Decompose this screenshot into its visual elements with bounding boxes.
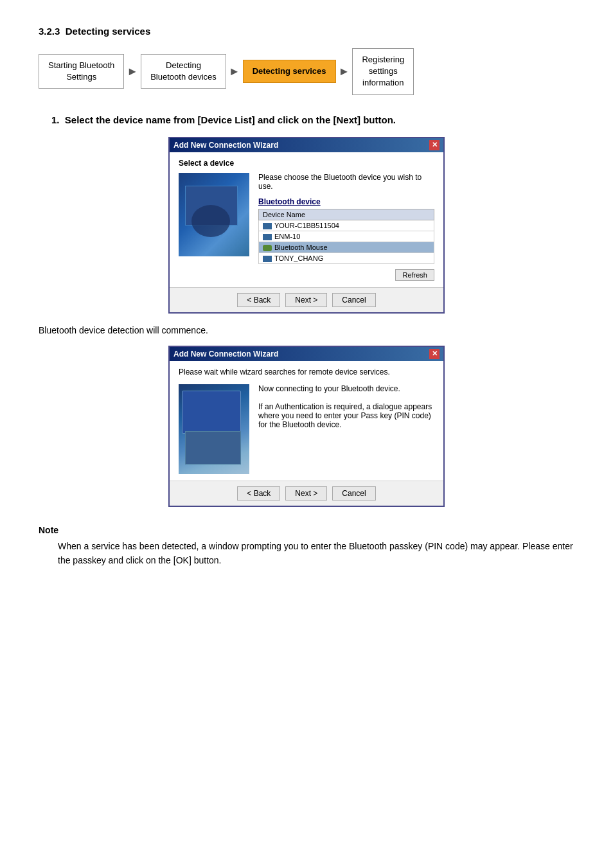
dialog-select-device: Add New Connection Wizard ✕ Select a dev… bbox=[168, 137, 445, 314]
dialog2-titlebar: Add New Connection Wizard ✕ bbox=[170, 347, 443, 361]
between-text: Bluetooth device detection will commence… bbox=[39, 325, 574, 335]
note-section: Note When a service has been detected, a… bbox=[39, 525, 574, 568]
dialog2-close-button[interactable]: ✕ bbox=[429, 349, 440, 359]
dialog2-subtitle: Please wait while wizard searches for re… bbox=[179, 368, 434, 376]
dialog-connecting: Add New Connection Wizard ✕ Please wait … bbox=[168, 346, 445, 507]
dialog2-body: Now connecting to your Bluetooth device.… bbox=[179, 384, 434, 474]
note-text: When a service has been detected, a wind… bbox=[58, 539, 574, 568]
dialog2-image bbox=[179, 384, 249, 474]
table-row[interactable]: ENM-10 bbox=[259, 231, 434, 242]
device-table-header: Device Name bbox=[259, 209, 434, 220]
dialog2-next-button[interactable]: Next > bbox=[285, 486, 327, 500]
dialog1-footer: < Back Next > Cancel bbox=[170, 287, 443, 312]
flow-step-2: DetectingBluetooth devices bbox=[141, 54, 226, 89]
connecting-text: Now connecting to your Bluetooth device. bbox=[258, 384, 434, 393]
device-name: YOUR-C1BB511504 bbox=[259, 220, 434, 231]
device-icon-4 bbox=[263, 256, 272, 262]
flow-arrow-3: ► bbox=[336, 65, 353, 78]
flow-arrow-2: ► bbox=[226, 65, 243, 78]
dialog1-close-button[interactable]: ✕ bbox=[429, 140, 440, 150]
dialog1-content: Select a device Please choose the Blueto… bbox=[170, 152, 443, 287]
section-heading: 3.2.3 Detecting services bbox=[39, 26, 574, 37]
device-name: ENM-10 bbox=[259, 231, 434, 242]
dialog2-footer: < Back Next > Cancel bbox=[170, 481, 443, 506]
dialog2-back-button[interactable]: < Back bbox=[237, 486, 280, 500]
dialog2-title: Add New Connection Wizard bbox=[173, 350, 278, 359]
dialog2-right: Now connecting to your Bluetooth device.… bbox=[258, 384, 434, 474]
dialog1-right: Please choose the Bluetooth device you w… bbox=[258, 173, 434, 281]
device-name: TONY_CHANG bbox=[259, 252, 434, 263]
dialog1-next-button[interactable]: Next > bbox=[285, 293, 327, 307]
auth-text: If an Authentication is required, a dial… bbox=[258, 402, 434, 429]
dialog1-body: Please choose the Bluetooth device you w… bbox=[179, 173, 434, 281]
device-list-label: Bluetooth device bbox=[258, 197, 434, 206]
dialog1-subtitle: Select a device bbox=[179, 159, 434, 168]
dialog1-titlebar: Add New Connection Wizard ✕ bbox=[170, 138, 443, 152]
flow-step-1: Starting BluetoothSettings bbox=[39, 54, 124, 89]
flow-diagram: Starting BluetoothSettings ► DetectingBl… bbox=[39, 48, 574, 95]
table-row[interactable]: YOUR-C1BB511504 bbox=[259, 220, 434, 231]
step1-instruction: 1. Select the device name from [Device L… bbox=[51, 114, 574, 125]
note-heading: Note bbox=[39, 525, 574, 535]
refresh-button[interactable]: Refresh bbox=[395, 269, 434, 281]
dialog1-prompt: Please choose the Bluetooth device you w… bbox=[258, 173, 434, 191]
dialog1-title: Add New Connection Wizard bbox=[173, 141, 278, 150]
flow-arrow-1: ► bbox=[124, 65, 141, 78]
table-row[interactable]: Bluetooth Mouse bbox=[259, 242, 434, 252]
device-name: Bluetooth Mouse bbox=[259, 242, 434, 252]
device-table: Device Name YOUR-C1BB511504 ENM-10 Bluet… bbox=[258, 209, 434, 264]
dialog2-content: Please wait while wizard searches for re… bbox=[170, 361, 443, 481]
table-row[interactable]: TONY_CHANG bbox=[259, 252, 434, 263]
flow-step-4: Registeringsettingsinformation bbox=[352, 48, 414, 95]
device-icon-1 bbox=[263, 223, 272, 229]
dialog1-cancel-button[interactable]: Cancel bbox=[332, 293, 375, 307]
flow-step-3: Detecting services bbox=[243, 60, 336, 83]
dialog1-back-button[interactable]: < Back bbox=[237, 293, 280, 307]
dialog1-image bbox=[179, 173, 249, 256]
device-icon-3 bbox=[263, 245, 272, 251]
device-icon-2 bbox=[263, 234, 272, 240]
dialog2-cancel-button[interactable]: Cancel bbox=[332, 486, 375, 500]
